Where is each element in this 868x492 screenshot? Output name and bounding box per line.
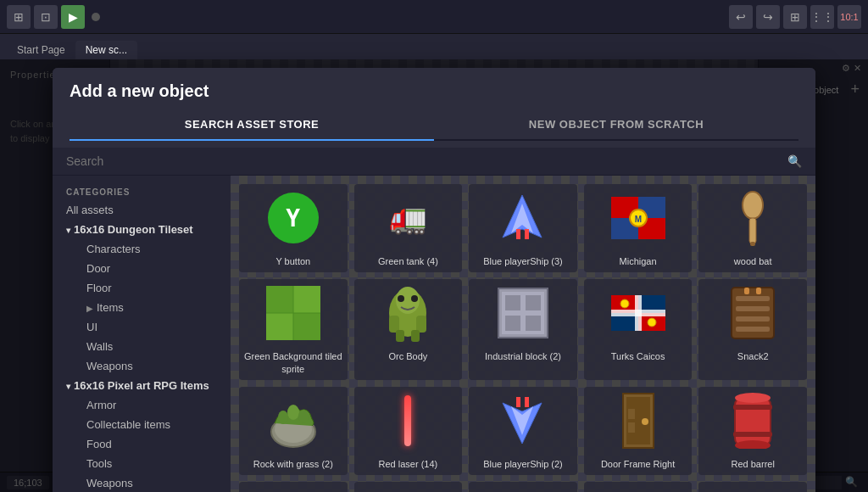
- svg-point-58: [642, 418, 648, 425]
- modal-overlay: Add a new object SEARCH ASSET STORE NEW …: [0, 59, 868, 492]
- asset-red-barrel-preview: [698, 387, 807, 455]
- toolbar-record-icon[interactable]: [92, 13, 100, 21]
- svg-rect-10: [749, 218, 756, 243]
- asset-snack2[interactable]: Snack2: [698, 279, 807, 380]
- asset-red-laser[interactable]: Red laser (14): [354, 387, 463, 475]
- turks-sprite: [611, 295, 665, 331]
- toolbar-grid-icon[interactable]: ⊞: [7, 5, 31, 29]
- cat-all-assets[interactable]: All assets: [53, 200, 231, 220]
- asset-y-button-preview: Y: [239, 184, 348, 252]
- block-sprite: [497, 287, 549, 339]
- asset-rock-grass-preview: [239, 387, 348, 455]
- asset-turks-caicos[interactable]: Turks Caicos: [584, 279, 693, 380]
- orc-sprite: [382, 283, 433, 343]
- svg-rect-43: [736, 316, 770, 321]
- asset-wood-bat-label: wood bat: [698, 252, 807, 272]
- cat-weapons-2[interactable]: Weapons: [53, 473, 231, 492]
- toolbar-play-icon[interactable]: ▶: [61, 5, 85, 29]
- svg-text:M: M: [634, 215, 641, 224]
- categories-label: CATEGORIES: [53, 182, 231, 200]
- cat-dungeon-tileset[interactable]: ▾16x16 Dungeon Tileset: [53, 220, 231, 239]
- ship3-sprite: [499, 191, 546, 246]
- tab-new-scene[interactable]: New sc...: [75, 41, 137, 59]
- asset-blue-ship-3[interactable]: Blue playerShip (3): [469, 184, 577, 272]
- toolbar-scenes-icon[interactable]: ⊡: [34, 5, 58, 29]
- asset-snack2-label: Snack2: [698, 347, 807, 367]
- svg-rect-54: [516, 397, 520, 407]
- svg-rect-2: [516, 229, 520, 239]
- svg-point-20: [411, 295, 418, 302]
- cat-collectable[interactable]: Collectable items: [53, 415, 231, 434]
- modal-inner-body: CATEGORIES All assets ▾16x16 Dungeon Til…: [53, 176, 815, 492]
- asset-door-frame[interactable]: Door Frame Right: [584, 387, 693, 475]
- svg-rect-44: [736, 327, 770, 332]
- tank-sprite: 🚛: [389, 200, 427, 236]
- asset-industrial-block-preview: [469, 279, 577, 347]
- tab-asset-store[interactable]: SEARCH ASSET STORE: [70, 109, 434, 141]
- svg-rect-59: [628, 409, 635, 419]
- asset-blue-ship-2-preview: [469, 387, 577, 455]
- svg-rect-60: [628, 422, 635, 433]
- cat-items[interactable]: ▶Items: [53, 298, 231, 317]
- tab-start-page[interactable]: Start Page: [7, 41, 75, 59]
- cat-door[interactable]: Door: [53, 259, 231, 278]
- assets-panel[interactable]: Y Y button 🚛 Green tank (4): [231, 176, 815, 492]
- door-sprite: [621, 392, 655, 450]
- asset-blue-ship-3-label: Blue playerShip (3): [469, 252, 577, 272]
- toolbar-layout-icon[interactable]: ⊞: [783, 5, 807, 29]
- rock-sprite: [266, 394, 320, 448]
- asset-bread[interactable]: 🍞: [469, 482, 577, 492]
- asset-orc-body-label: Orc Body: [354, 347, 463, 367]
- search-input[interactable]: [66, 154, 787, 168]
- asset-y-button[interactable]: Y Y button: [239, 184, 348, 272]
- bat-sprite: [740, 188, 765, 248]
- modal-tabs: SEARCH ASSET STORE NEW OBJECT FROM SCRAT…: [70, 109, 798, 141]
- asset-item-mushroom[interactable]: 🍄: [239, 482, 348, 492]
- asset-tent[interactable]: Tent: [698, 482, 807, 492]
- cat-weapons-1[interactable]: Weapons: [53, 356, 231, 376]
- asset-wood-bat-preview: [698, 184, 807, 252]
- asset-estonia-flag[interactable]: Estonia flag: [354, 482, 463, 492]
- cat-floor[interactable]: Floor: [53, 278, 231, 298]
- asset-orc-body[interactable]: Orc Body: [354, 279, 463, 380]
- asset-green-tank[interactable]: 🚛 Green tank (4): [354, 184, 463, 272]
- asset-blue-ship-2-label: Blue playerShip (2): [469, 455, 577, 475]
- asset-green-bg-preview: [239, 279, 348, 347]
- svg-rect-14: [293, 313, 320, 340]
- asset-door-frame-preview: [584, 387, 693, 455]
- laser-sprite: [404, 395, 411, 446]
- svg-rect-21: [389, 316, 399, 333]
- toolbar-grid2-icon[interactable]: ⋮⋮: [810, 5, 834, 29]
- svg-rect-45: [744, 288, 749, 294]
- svg-rect-42: [736, 306, 770, 311]
- asset-red-barrel[interactable]: Red barrel: [698, 387, 807, 475]
- asset-item-mushroom-preview: [239, 482, 348, 492]
- cat-rpg-items[interactable]: ▾16x16 Pixel art RPG Items: [53, 376, 231, 395]
- cat-ui[interactable]: UI: [53, 317, 231, 337]
- asset-green-bg-label: Green Background tiled sprite: [239, 347, 348, 380]
- asset-rock-grass[interactable]: Rock with grass (2): [239, 387, 348, 475]
- toolbar-redo-icon[interactable]: ↪: [756, 5, 780, 29]
- asset-bread-preview: [469, 482, 577, 492]
- cat-food[interactable]: Food: [53, 434, 231, 454]
- categories-panel: CATEGORIES All assets ▾16x16 Dungeon Til…: [53, 176, 231, 492]
- asset-rock2[interactable]: 🪨: [584, 482, 693, 492]
- toolbar-undo-icon[interactable]: ↩: [729, 5, 753, 29]
- tab-new-object[interactable]: NEW OBJECT FROM SCRATCH: [434, 109, 798, 139]
- asset-green-bg[interactable]: Green Background tiled sprite: [239, 279, 348, 380]
- modal-header: Add a new object SEARCH ASSET STORE NEW …: [53, 68, 815, 148]
- asset-wood-bat[interactable]: wood bat: [698, 184, 807, 272]
- svg-point-38: [620, 299, 629, 308]
- svg-rect-11: [750, 242, 755, 246]
- asset-tent-preview: [698, 482, 807, 492]
- toolbar-zoom-icon[interactable]: 10:1: [837, 5, 861, 29]
- cat-characters[interactable]: Characters: [53, 239, 231, 259]
- asset-blue-ship-2[interactable]: Blue playerShip (2): [469, 387, 577, 475]
- cat-walls[interactable]: Walls: [53, 337, 231, 356]
- svg-rect-41: [736, 296, 770, 301]
- asset-michigan[interactable]: M Michigan: [584, 184, 693, 272]
- svg-rect-24: [411, 330, 420, 342]
- asset-industrial-block[interactable]: Industrial block (2): [469, 279, 577, 380]
- cat-tools[interactable]: Tools: [53, 454, 231, 473]
- cat-armor[interactable]: Armor: [53, 395, 231, 415]
